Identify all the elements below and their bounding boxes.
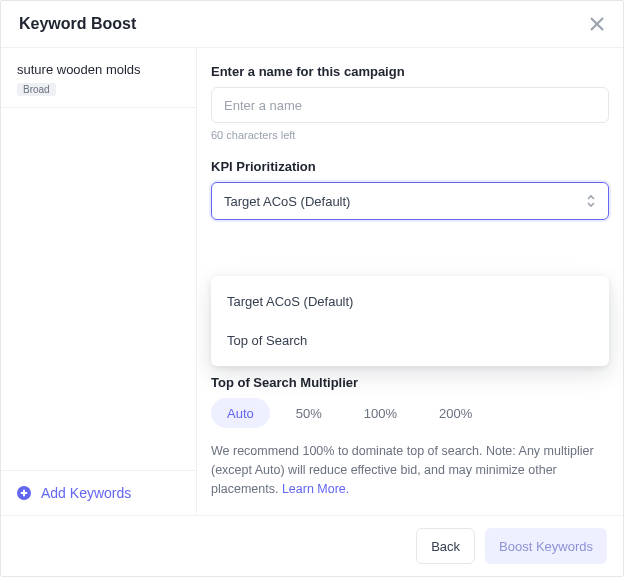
match-type-badge: Broad [17,83,56,96]
main-panel: Enter a name for this campaign 60 charac… [197,48,623,515]
add-keywords-button[interactable]: Add Keywords [1,470,196,515]
campaign-name-input[interactable] [211,87,609,123]
kpi-selected-value: Target ACoS (Default) [224,194,350,209]
kpi-option-top-of-search[interactable]: Top of Search [211,321,609,360]
recommendation-body: We recommend 100% to dominate top of sea… [211,444,594,496]
sidebar: suture wooden molds Broad Add Keywords [1,48,197,515]
campaign-name-label: Enter a name for this campaign [211,64,609,79]
keyword-row[interactable]: suture wooden molds Broad [1,48,196,108]
back-button[interactable]: Back [416,528,475,564]
kpi-option-target-acos[interactable]: Target ACoS (Default) [211,282,609,321]
close-icon[interactable] [589,16,605,32]
recommendation-text: We recommend 100% to dominate top of sea… [211,442,609,498]
sort-icon [586,194,596,208]
add-keywords-label: Add Keywords [41,485,131,501]
char-count-hint: 60 characters left [211,129,609,141]
kpi-label: KPI Prioritization [211,159,609,174]
boost-keywords-button[interactable]: Boost Keywords [485,528,607,564]
keyword-name: suture wooden molds [17,62,180,77]
kpi-dropdown: Target ACoS (Default) Top of Search [211,276,609,366]
learn-more-link[interactable]: Learn More. [282,482,349,496]
modal-title: Keyword Boost [19,15,136,33]
plus-circle-icon [17,486,31,500]
tos-pill-100[interactable]: 100% [348,398,413,428]
kpi-select[interactable]: Target ACoS (Default) [211,182,609,220]
tos-pill-50[interactable]: 50% [280,398,338,428]
tos-pill-auto[interactable]: Auto [211,398,270,428]
tos-pill-200[interactable]: 200% [423,398,488,428]
tos-multiplier-label: Top of Search Multiplier [211,375,609,390]
